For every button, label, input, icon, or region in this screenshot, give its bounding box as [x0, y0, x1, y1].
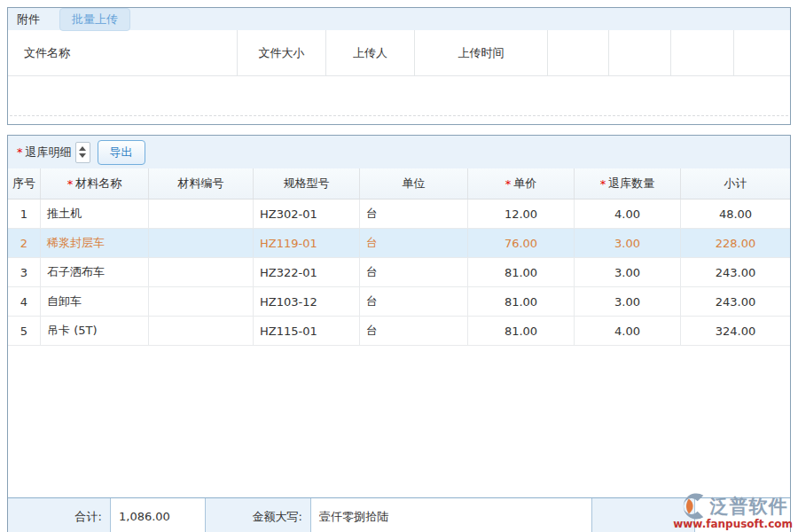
detail-table-header: 序号*材料名称材料编号规格型号单位*单价*退库数量小计 [8, 168, 790, 200]
column-header-material-code: 材料编号 [149, 168, 254, 199]
cell-unit-price: 12.00 [468, 200, 575, 228]
attachments-table-header: 文件名称文件大小上传人上传时间 [8, 30, 790, 76]
cell-material-code [149, 200, 254, 228]
attachments-column-header-file-name: 文件名称 [8, 30, 238, 75]
column-header-label: 退库数量 [608, 176, 654, 192]
cell-material-code [149, 229, 254, 257]
column-header-unit: 单位 [360, 168, 468, 199]
column-header-return-qty: *退库数量 [575, 168, 681, 199]
cell-spec-model: HZ103-12 [254, 287, 360, 316]
column-header-seq: 序号 [8, 168, 41, 199]
attachments-dashed-divider [10, 115, 788, 116]
amount-words-value: 壹仟零捌拾陆 [311, 498, 592, 532]
column-header-label: 序号 [12, 176, 35, 192]
spinner-up-icon[interactable] [79, 146, 86, 151]
cell-unit: 台 [360, 200, 468, 228]
cell-return-qty: 4.00 [575, 200, 681, 228]
cell-unit-price: 81.00 [468, 317, 575, 345]
cell-unit: 台 [360, 317, 468, 345]
cell-spec-model: HZ322-01 [254, 258, 360, 286]
cell-unit-price: 81.00 [468, 258, 575, 286]
cell-material-name: 稀浆封层车 [41, 229, 149, 257]
detail-title: 退库明细 [26, 145, 72, 160]
cell-material-name: 推土机 [41, 200, 149, 228]
detail-table-body: 1推土机HZ302-01台12.004.0048.002稀浆封层车HZ119-0… [8, 200, 790, 346]
page: 附件 批量上传 文件名称文件大小上传人上传时间 * 退库明细 导出 序号*材料名… [0, 0, 798, 532]
table-row[interactable]: 4自卸车HZ103-12台81.003.00243.00 [8, 287, 790, 317]
cell-subtotal: 48.00 [681, 200, 790, 228]
batch-upload-button[interactable]: 批量上传 [59, 8, 130, 31]
cell-subtotal: 243.00 [681, 258, 790, 286]
attachments-column-header-empty-3 [671, 30, 734, 75]
total-value: 1,086.00 [111, 498, 206, 532]
cell-unit: 台 [360, 258, 468, 286]
cell-spec-model: HZ115-01 [254, 317, 360, 345]
cell-seq: 1 [8, 200, 41, 228]
cell-subtotal: 228.00 [681, 229, 790, 257]
table-row[interactable]: 5吊卡 (5T)HZ115-01台81.004.00324.00 [8, 317, 790, 346]
required-asterisk: * [67, 177, 74, 191]
attachments-column-header-empty-4 [734, 30, 790, 75]
total-label: 合计: [8, 498, 111, 532]
cell-spec-model: HZ302-01 [254, 200, 360, 228]
amount-words-label: 金额大写: [206, 498, 311, 532]
attachments-header-bar: 附件 批量上传 [8, 8, 790, 30]
attachments-empty-body [8, 76, 790, 124]
attachments-title: 附件 [17, 12, 40, 27]
column-header-label: 单价 [513, 176, 536, 192]
table-row[interactable]: 2稀浆封层车HZ119-01台76.003.00228.00 [8, 229, 790, 258]
cell-unit-price: 76.00 [468, 229, 575, 257]
cell-return-qty: 3.00 [575, 287, 681, 316]
cell-return-qty: 4.00 [575, 317, 681, 345]
cell-return-qty: 3.00 [575, 258, 681, 286]
column-header-label: 小计 [724, 176, 747, 192]
required-asterisk: * [17, 145, 23, 159]
column-header-subtotal: 小计 [681, 168, 790, 199]
cell-seq: 4 [8, 287, 41, 316]
attachments-panel: 附件 批量上传 文件名称文件大小上传人上传时间 [7, 7, 791, 125]
cell-unit: 台 [360, 229, 468, 257]
cell-return-qty: 3.00 [575, 229, 681, 257]
column-header-label: 材料编号 [178, 176, 224, 192]
cell-unit-price: 81.00 [468, 287, 575, 316]
fanpu-logo-icon [678, 492, 708, 520]
cell-material-name: 自卸车 [41, 287, 149, 316]
cell-material-code [149, 287, 254, 316]
detail-header-bar: * 退库明细 导出 [8, 136, 790, 168]
cell-material-name: 吊卡 (5T) [41, 317, 149, 345]
table-row[interactable]: 3石子洒布车HZ322-01台81.003.00243.00 [8, 258, 790, 287]
export-button[interactable]: 导出 [98, 140, 145, 165]
attachments-column-header-empty-1 [548, 30, 609, 75]
attachments-column-header-empty-2 [609, 30, 671, 75]
cell-seq: 2 [8, 229, 41, 257]
cell-material-name: 石子洒布车 [41, 258, 149, 286]
cell-material-code [149, 258, 254, 286]
cell-subtotal: 243.00 [681, 287, 790, 316]
required-asterisk: * [505, 177, 512, 191]
required-asterisk: * [600, 177, 606, 191]
column-header-label: 单位 [403, 176, 426, 192]
attachments-column-header-upload-time: 上传时间 [415, 30, 548, 75]
cell-subtotal: 324.00 [681, 317, 790, 345]
cell-spec-model: HZ119-01 [254, 229, 360, 257]
table-row[interactable]: 1推土机HZ302-01台12.004.0048.00 [8, 200, 790, 229]
column-header-label: 材料名称 [75, 176, 121, 192]
detail-panel: * 退库明细 导出 序号*材料名称材料编号规格型号单位*单价*退库数量小计 1推… [7, 135, 791, 532]
column-header-spec-model: 规格型号 [254, 168, 360, 199]
cell-unit: 台 [360, 287, 468, 316]
attachments-column-header-uploader: 上传人 [326, 30, 415, 75]
column-header-material-name: *材料名称 [41, 168, 149, 199]
column-header-label: 规格型号 [284, 176, 330, 192]
cell-seq: 5 [8, 317, 41, 345]
spinner-down-icon[interactable] [79, 153, 86, 158]
watermark-brand: 泛普软件 [710, 494, 788, 519]
cell-seq: 3 [8, 258, 41, 286]
row-count-spinner[interactable] [75, 142, 90, 163]
watermark: 泛普软件 www.fanpusoft.com [673, 492, 793, 530]
column-header-unit-price: *单价 [468, 168, 575, 199]
attachments-column-header-file-size: 文件大小 [238, 30, 326, 75]
watermark-url: www.fanpusoft.com [673, 518, 793, 530]
cell-material-code [149, 317, 254, 345]
